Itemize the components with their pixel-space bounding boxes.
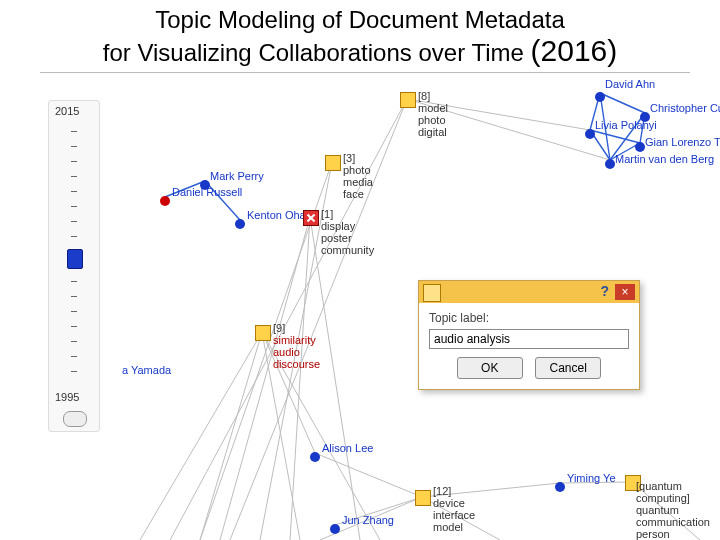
author-dot xyxy=(330,524,340,534)
topic-label-t1: [1]displaypostercommunity xyxy=(321,208,374,256)
author-node-alison_lee[interactable]: Alison Lee xyxy=(310,448,320,466)
cancel-button[interactable]: Cancel xyxy=(535,357,601,379)
author-label: Martin van den Berg xyxy=(615,153,714,165)
author-node-jun_zhang[interactable]: Jun Zhang xyxy=(330,520,340,538)
author-dot xyxy=(605,159,615,169)
author-label: Alison Lee xyxy=(322,442,373,454)
author-dot xyxy=(585,129,595,139)
topic-label-field-label: Topic label: xyxy=(429,311,629,325)
topic-node-t12[interactable] xyxy=(415,490,431,506)
author-label: Jun Zhang xyxy=(342,514,394,526)
topic-label-t8: [8]modelphotodigital xyxy=(418,90,448,138)
author-dot xyxy=(310,452,320,462)
topic-node-t9[interactable] xyxy=(255,325,271,341)
topic-node-t3[interactable] xyxy=(325,155,341,171)
author-node-yiming_ye[interactable]: Yiming Ye xyxy=(555,478,565,496)
svg-line-25 xyxy=(315,453,422,497)
author-node-dan_russell[interactable]: Daniel Russell xyxy=(160,192,170,210)
svg-line-0 xyxy=(600,93,645,113)
author-dot xyxy=(160,196,170,206)
svg-line-12 xyxy=(220,217,310,540)
author-node-livia_p[interactable]: Livia Polanyi xyxy=(585,125,595,143)
author-node-kenton_ohara[interactable]: Kenton Ohara xyxy=(235,215,245,233)
author-dot xyxy=(635,142,645,152)
topic-label-t3: [3]photomediaface xyxy=(343,152,373,200)
dialog-app-icon xyxy=(423,284,441,302)
topic-label-tqc: [quantum computing]quantumcommunicationp… xyxy=(636,480,720,540)
ok-button[interactable]: OK xyxy=(457,357,523,379)
author-label: David Ahn xyxy=(605,78,655,90)
svg-line-9 xyxy=(230,99,407,540)
author-label: Christopher Culy xyxy=(650,102,720,114)
close-icon[interactable]: × xyxy=(615,284,635,300)
author-label: Yiming Ye xyxy=(567,472,616,484)
author-dot xyxy=(555,482,565,492)
author-node-martin_vdb[interactable]: Martin van den Berg xyxy=(605,155,615,173)
author-label: Daniel Russell xyxy=(172,186,242,198)
topic-label-input[interactable] xyxy=(429,329,629,349)
dialog-help-button[interactable]: ? xyxy=(600,283,609,299)
author-dot xyxy=(595,92,605,102)
author-label: Gian Lorenzo Thione xyxy=(645,136,720,148)
author-label: Livia Polanyi xyxy=(595,119,657,131)
topic-label-t9: [9]similarityaudiodiscourse xyxy=(273,322,320,370)
topic-label-dialog[interactable]: ? × Topic label: OK Cancel xyxy=(418,280,640,390)
topic-node-t1[interactable] xyxy=(303,210,319,226)
author-dot xyxy=(235,219,245,229)
author-label: Mark Perry xyxy=(210,170,264,182)
topic-node-t8[interactable] xyxy=(400,92,416,108)
dialog-titlebar[interactable]: ? × xyxy=(419,281,639,303)
author-node-david_ahn[interactable]: David Ahn xyxy=(595,88,605,106)
author-label: a Yamada xyxy=(122,364,171,376)
topic-label-t12: [12]deviceinterfacemodel xyxy=(433,485,475,533)
svg-line-16 xyxy=(200,332,262,540)
svg-line-13 xyxy=(290,217,310,540)
